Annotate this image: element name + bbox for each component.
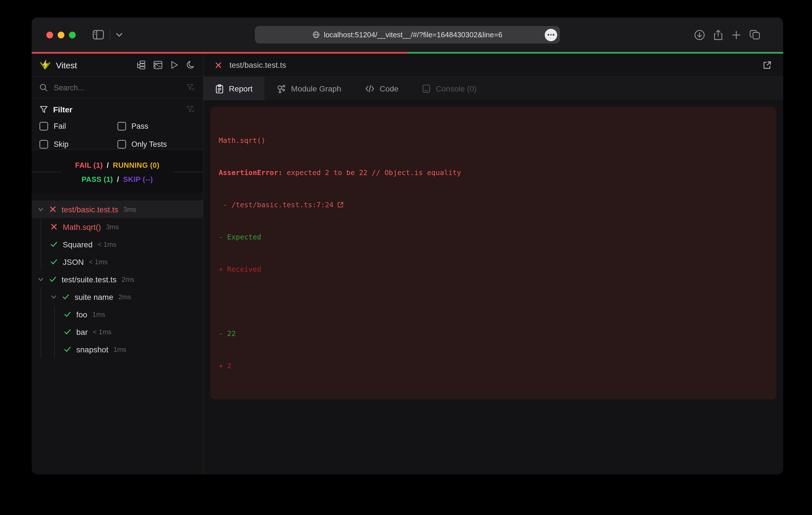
tree-row-suite-name[interactable]: suite name 2ms: [32, 288, 203, 305]
filter-label-skip: Skip: [54, 140, 69, 148]
module-graph-icon: [276, 84, 286, 93]
downloads-icon[interactable]: [694, 29, 705, 40]
tab-report-label: Report: [229, 84, 253, 93]
test-name: Squared: [63, 240, 93, 249]
test-file-name: test/basic.test.ts: [62, 205, 118, 214]
window-controls: [46, 31, 76, 38]
tab-report[interactable]: Report: [203, 77, 264, 100]
clear-filters-icon[interactable]: [186, 105, 195, 114]
tree-row-suite-test-file[interactable]: test/suite.test.ts 2ms: [32, 271, 203, 288]
address-bar[interactable]: localhost:51204/__vitest__/#/?file=16484…: [255, 26, 560, 43]
test-duration: 3ms: [106, 223, 119, 231]
error-name: AssertionError:: [219, 168, 287, 177]
diff-expected-label: - Expected: [219, 232, 768, 242]
file-header: test/basic.test.ts: [203, 54, 783, 77]
tree-row-squared[interactable]: Squared < 1ms: [32, 236, 203, 253]
error-location-line[interactable]: - /test/basic.test.ts:7:24: [219, 199, 768, 210]
diff-blank-line: [219, 296, 768, 307]
list-tree-icon[interactable]: [136, 60, 146, 69]
view-tabs: Report: [203, 77, 783, 101]
tree-row-snapshot[interactable]: snapshot 1ms: [32, 340, 203, 358]
tab-module-graph[interactable]: Module Graph: [264, 77, 353, 100]
fail-x-icon: [215, 61, 222, 69]
tree-row-bar[interactable]: bar < 1ms: [32, 323, 203, 340]
search-input[interactable]: [53, 83, 186, 92]
filter-title: Filter: [53, 105, 72, 114]
open-location-icon[interactable]: [337, 201, 344, 208]
tab-code[interactable]: Code: [353, 77, 410, 100]
pass-check-icon: [50, 258, 58, 265]
test-name: foo: [76, 310, 87, 319]
tab-module-graph-label: Module Graph: [291, 84, 341, 93]
summary-row-pass-skip: PASS (1) / SKIP (--): [32, 172, 203, 186]
code-icon: [365, 85, 375, 93]
zoom-window-button[interactable]: [69, 31, 76, 38]
test-name: bar: [76, 327, 88, 336]
filter-funnel-icon: [39, 105, 48, 114]
test-duration: 1ms: [114, 345, 126, 353]
test-file-name: test/suite.test.ts: [62, 275, 117, 284]
fail-count: FAIL (1): [75, 161, 103, 169]
filter-label-fail: Fail: [54, 122, 66, 130]
tab-overview-icon[interactable]: [749, 29, 761, 40]
summary-row-fail-running: FAIL (1) / RUNNING (0): [32, 158, 203, 172]
test-duration: 3ms: [123, 205, 136, 213]
search-bar: [32, 77, 203, 99]
new-tab-icon[interactable]: [731, 30, 742, 40]
suite-name: suite name: [75, 292, 113, 301]
error-message-line: AssertionError: expected 2 to be 22 // O…: [219, 167, 768, 178]
tree-row-basic-test-file[interactable]: test/basic.test.ts 3ms: [32, 201, 203, 218]
share-icon[interactable]: [713, 29, 723, 40]
indent-guide: [41, 218, 41, 271]
clear-search-filter-icon[interactable]: [186, 84, 195, 91]
tree-row-json[interactable]: JSON < 1ms: [32, 253, 203, 271]
running-count: RUNNING (0): [113, 161, 160, 169]
checkbox-icon[interactable]: [117, 122, 126, 130]
minimize-window-button[interactable]: [58, 31, 64, 38]
chevron-down-icon[interactable]: [37, 276, 44, 283]
pass-check-icon: [64, 328, 71, 335]
globe-icon: [313, 31, 320, 38]
test-duration: 2ms: [118, 293, 131, 301]
close-window-button[interactable]: [46, 31, 53, 38]
sidebar: Vitest: [32, 54, 203, 474]
filter-section: Filter Fail: [32, 99, 203, 150]
app-title: Vitest: [56, 60, 77, 70]
diff-received-label: + Received: [219, 264, 768, 274]
summary-separator: /: [107, 161, 109, 169]
fail-x-icon: [49, 206, 57, 213]
test-summary: FAIL (1) / RUNNING (0) PASS (1) / SKIP (…: [32, 150, 203, 193]
test-duration: 2ms: [122, 275, 135, 283]
checkbox-icon[interactable]: [39, 122, 48, 130]
filter-checkbox-only-tests[interactable]: Only Tests: [117, 138, 195, 150]
page-settings-button[interactable]: [545, 29, 557, 41]
indent-guide: [41, 288, 41, 358]
dark-mode-moon-icon[interactable]: [186, 60, 195, 69]
run-all-icon[interactable]: [170, 60, 179, 69]
dashboard-icon[interactable]: [153, 60, 163, 69]
search-icon: [39, 84, 48, 91]
open-file-name: test/basic.test.ts: [229, 60, 286, 69]
tab-console[interactable]: Console (0): [410, 77, 489, 100]
checkbox-icon[interactable]: [117, 140, 126, 148]
browser-window: localhost:51204/__vitest__/#/?file=16484…: [32, 18, 783, 474]
indent-guide: [54, 305, 55, 358]
sidebar-toggle-icon[interactable]: [93, 30, 104, 39]
filter-checkbox-skip[interactable]: Skip: [39, 138, 117, 150]
pass-count: PASS (1): [82, 175, 113, 183]
tree-row-math-sqrt[interactable]: Math.sqrt() 3ms: [32, 218, 203, 236]
test-name: snapshot: [76, 345, 109, 354]
chevron-down-icon[interactable]: [50, 293, 57, 300]
tree-row-foo[interactable]: foo 1ms: [32, 305, 203, 323]
filter-checkbox-fail[interactable]: Fail: [39, 120, 117, 131]
open-in-editor-icon[interactable]: [762, 60, 772, 70]
chevron-down-icon[interactable]: [37, 206, 44, 213]
error-location[interactable]: - /test/basic.test.ts:7:24: [219, 199, 334, 210]
vitest-logo-icon: [39, 59, 51, 70]
filter-label-only-tests: Only Tests: [132, 140, 167, 148]
checkbox-icon[interactable]: [39, 140, 48, 148]
toolbar-chevron-down-icon[interactable]: [116, 32, 123, 37]
filter-checkbox-pass[interactable]: Pass: [117, 120, 195, 131]
test-duration: 1ms: [92, 310, 105, 318]
filter-label-pass: Pass: [132, 122, 148, 130]
